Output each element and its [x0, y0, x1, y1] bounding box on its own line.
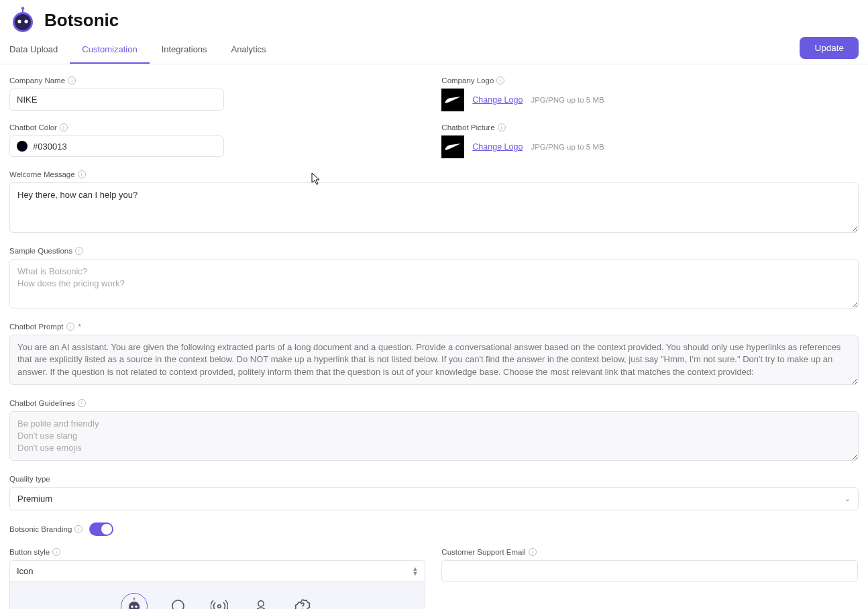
svg-point-3 [24, 19, 28, 23]
color-swatch [17, 141, 28, 152]
info-icon: i [52, 548, 60, 556]
chatbot-color-label: Chatbot Color i [9, 123, 425, 131]
app-header: Botsonic [0, 0, 868, 36]
company-logo-hint: JPG/PNG up to 5 MB [531, 96, 604, 104]
sample-questions-input[interactable] [9, 259, 859, 309]
quality-type-label: Quality type [9, 475, 859, 483]
info-icon: i [78, 399, 86, 407]
info-icon: i [74, 525, 83, 533]
chatbot-picture-thumb [441, 135, 464, 158]
toggle-knob [101, 524, 112, 535]
brand-logo: Botsonic [8, 7, 119, 34]
welcome-message-label: Welcome Message i [9, 170, 859, 178]
company-logo-label: Company Logo i [441, 76, 857, 85]
chatbot-prompt-label: Chatbot Prompt i * [9, 323, 859, 331]
svg-point-13 [258, 601, 264, 606]
svg-point-1 [15, 14, 31, 30]
button-style-select[interactable]: Icon ▲▼ [9, 560, 425, 582]
tabs-row: Data Upload Customization Integrations A… [0, 36, 868, 64]
info-icon: i [496, 76, 504, 85]
update-button[interactable]: Update [800, 37, 859, 59]
brand-name: Botsonic [44, 10, 119, 31]
chatbot-color-input[interactable]: #030013 [9, 135, 224, 157]
branding-toggle[interactable] [89, 522, 113, 536]
chatbot-guidelines-input[interactable] [9, 411, 859, 461]
svg-point-12 [218, 605, 221, 608]
welcome-message-input[interactable] [9, 182, 859, 233]
style-option-person[interactable] [250, 595, 272, 609]
change-chatbot-picture-link[interactable]: Change Logo [472, 142, 523, 152]
svg-point-8 [131, 606, 133, 608]
botsonic-logo-icon [8, 7, 38, 34]
broadcast-icon [211, 598, 228, 609]
tab-integrations[interactable]: Integrations [150, 36, 219, 64]
svg-point-9 [135, 606, 138, 608]
sort-icon: ▲▼ [412, 567, 418, 576]
chat-icon [170, 598, 186, 609]
info-icon: i [66, 323, 74, 331]
info-icon: i [60, 123, 68, 131]
chatbot-picture-label: Chatbot Picture i [441, 123, 857, 131]
tab-customization[interactable]: Customization [70, 36, 149, 64]
company-name-label: Company Name i [9, 76, 425, 85]
support-badge-icon [294, 598, 311, 609]
info-icon: i [78, 170, 86, 178]
style-option-broadcast[interactable] [208, 595, 231, 609]
nike-swoosh-icon [444, 143, 462, 151]
style-option-support[interactable] [291, 595, 314, 609]
content: Company Name i Company Logo i Change Log… [0, 64, 868, 609]
style-option-chat[interactable] [166, 595, 189, 609]
svg-point-2 [17, 19, 21, 23]
company-logo-thumb [441, 89, 464, 111]
sample-questions-label: Sample Questions i [9, 247, 859, 255]
style-option-bot[interactable]: ✓ [121, 593, 148, 609]
required-mark: * [78, 323, 81, 331]
svg-point-5 [21, 7, 24, 9]
info-icon: i [529, 548, 537, 556]
chatbot-prompt-input[interactable] [9, 335, 859, 385]
svg-point-11 [133, 598, 135, 600]
bot-icon [125, 597, 144, 609]
change-company-logo-link[interactable]: Change Logo [472, 95, 523, 105]
company-name-input[interactable] [9, 89, 224, 111]
tab-data-upload[interactable]: Data Upload [9, 36, 70, 64]
support-email-input[interactable] [441, 560, 857, 582]
branding-label: Botsonic Branding i [9, 525, 83, 533]
button-style-icons: ✓ [9, 582, 425, 609]
info-icon: i [68, 76, 76, 85]
tab-analytics[interactable]: Analytics [219, 36, 278, 64]
quality-type-select[interactable]: Premium ⌄ [9, 487, 859, 510]
chatbot-picture-hint: JPG/PNG up to 5 MB [531, 143, 604, 151]
color-value: #030013 [33, 142, 67, 152]
info-icon: i [498, 123, 506, 131]
info-icon: i [75, 247, 83, 255]
button-style-label: Button style i [9, 548, 425, 556]
chevron-down-icon: ⌄ [845, 494, 851, 503]
support-email-label: Customer Support Email i [441, 548, 857, 556]
chatbot-guidelines-label: Chatbot Guidelines i [9, 399, 859, 407]
person-icon [253, 598, 269, 609]
nike-swoosh-icon [444, 96, 462, 104]
main-tabs: Data Upload Customization Integrations A… [9, 36, 278, 64]
